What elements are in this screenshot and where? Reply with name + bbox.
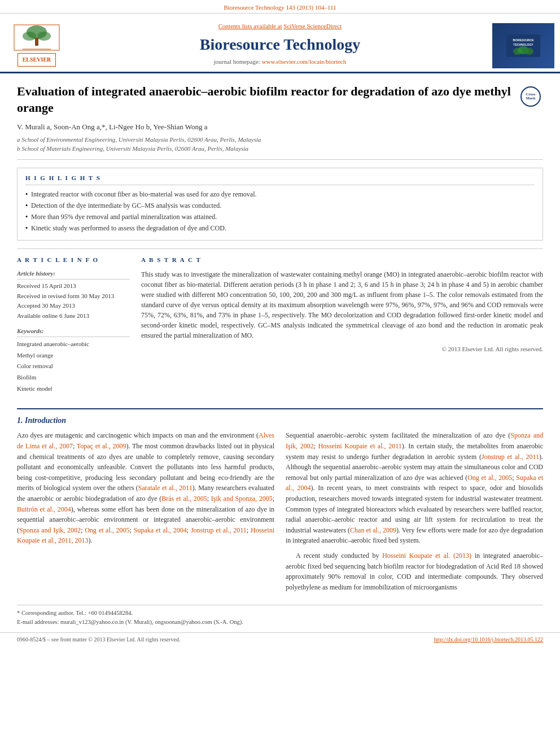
footer-issn: 0960-8524/$ – see front matter © 2013 El… bbox=[17, 636, 180, 644]
article-content: Evaluation of integrated anaerobic–aerob… bbox=[0, 73, 560, 626]
email-label: E-mail addresses: bbox=[17, 619, 59, 625]
affiliation-a: a School of Environmental Engineering, U… bbox=[17, 135, 515, 145]
article-history-group: Article history: Received 15 April 2013 … bbox=[17, 269, 130, 321]
page-header: ELSEVIER Contents lists available at Sci… bbox=[0, 14, 560, 73]
svg-text:TECHNOLOGY: TECHNOLOGY bbox=[513, 43, 533, 46]
footer-doi[interactable]: http://dx.doi.org/10.1016/j.biortech.201… bbox=[434, 636, 543, 644]
info-abstract-section: A R T I C L E I N F O Article history: R… bbox=[17, 248, 543, 400]
sciverse-link[interactable]: SciVerse ScienceDirect bbox=[283, 23, 342, 29]
highlight-item-1: Integrated reactor with coconut fiber as… bbox=[25, 190, 535, 199]
email-values: murali_v123@yahoo.co.in (V. Murali), ong… bbox=[60, 619, 243, 625]
introduction-body: Azo dyes are mutagenic and carcinogenic … bbox=[17, 430, 543, 597]
copyright: © 2013 Elsevier Ltd. All rights reserved… bbox=[141, 345, 543, 353]
keywords-group: Keywords: Integrated anaerobic–aerobic M… bbox=[17, 327, 130, 395]
svg-rect-4 bbox=[35, 38, 38, 46]
abstract-column: A B S T R A C T This study was to invest… bbox=[141, 256, 543, 400]
corresponding-author: * Corresponding author. Tel.: +60 014944… bbox=[17, 609, 543, 618]
abstract-text: This study was to investigate the minera… bbox=[141, 269, 543, 340]
keyword-2: Methyl orange bbox=[17, 350, 130, 361]
article-title-area: Evaluation of integrated anaerobic–aerob… bbox=[17, 84, 515, 153]
highlight-item-2: Detection of the dye intermediate by GC–… bbox=[25, 201, 535, 211]
svg-point-11 bbox=[524, 48, 533, 55]
article-info-header: A R T I C L E I N F O bbox=[17, 256, 130, 264]
affiliation-b: b School of Materials Engineering, Unive… bbox=[17, 144, 515, 154]
highlights-list: Integrated reactor with coconut fiber as… bbox=[25, 190, 535, 233]
highlights-title: H I G H L I G H T S bbox=[25, 174, 535, 185]
footnotes: * Corresponding author. Tel.: +60 014944… bbox=[17, 605, 543, 627]
bioresource-logo: BIORESOURCE TECHNOLOGY bbox=[492, 23, 554, 68]
keyword-3: Color removal bbox=[17, 361, 130, 372]
affiliations: a School of Environmental Engineering, U… bbox=[17, 135, 515, 154]
svg-point-3 bbox=[37, 32, 51, 41]
history-label: Article history: bbox=[17, 269, 130, 279]
journal-bar: Bioresource Technology 143 (2013) 104–11… bbox=[0, 0, 560, 14]
journal-title: Bioresource Technology bbox=[79, 33, 481, 55]
article-title-section: Evaluation of integrated anaerobic–aerob… bbox=[17, 73, 543, 159]
intro-para-1: Azo dyes are mutagenic and carcinogenic … bbox=[17, 430, 274, 546]
highlights-section: H I G H L I G H T S Integrated reactor w… bbox=[17, 168, 543, 241]
journal-header-center: Contents lists available at SciVerse Sci… bbox=[73, 19, 487, 72]
introduction-section: 1. Introduction Azo dyes are mutagenic a… bbox=[17, 408, 543, 597]
abstract-header: A B S T R A C T bbox=[141, 256, 543, 264]
keywords-list: Integrated anaerobic–aerobic Methyl oran… bbox=[17, 339, 130, 395]
keyword-5: Kinetic model bbox=[17, 383, 130, 395]
keywords-label: Keywords: bbox=[17, 327, 130, 337]
journal-homepage: journal homepage: www.elsevier.com/locat… bbox=[79, 58, 481, 66]
journal-citation: Bioresource Technology 143 (2013) 104–11… bbox=[224, 4, 336, 11]
intro-col2-para2: A recent study conducted by Hosseini Kou… bbox=[286, 551, 543, 592]
svg-text:BIORESOURCE: BIORESOURCE bbox=[513, 38, 534, 42]
svg-point-2 bbox=[23, 32, 36, 41]
article-info-column: A R T I C L E I N F O Article history: R… bbox=[17, 256, 130, 400]
homepage-url[interactable]: www.elsevier.com/locate/biortech bbox=[262, 58, 347, 65]
email-footnote: E-mail addresses: murali_v123@yahoo.co.i… bbox=[17, 618, 543, 627]
highlight-item-3: More than 95% dye removal and partial mi… bbox=[25, 212, 535, 222]
article-title: Evaluation of integrated anaerobic–aerob… bbox=[17, 84, 515, 116]
keyword-4: Biofilm bbox=[17, 372, 130, 383]
received-date: Received 15 April 2013 Received in revis… bbox=[17, 281, 130, 321]
elsevier-label: ELSEVIER bbox=[18, 53, 56, 67]
page-footer: 0960-8524/$ – see front matter © 2013 El… bbox=[0, 632, 560, 646]
crossmark-area: CrossMark bbox=[520, 86, 543, 107]
intro-col-left: Azo dyes are mutagenic and carcinogenic … bbox=[17, 430, 274, 597]
introduction-title: 1. Introduction bbox=[17, 415, 543, 426]
elsevier-tree-icon bbox=[11, 22, 62, 53]
intro-col-right: Sequential anaerobic–aerobic system faci… bbox=[286, 430, 543, 597]
journal-logo-right: BIORESOURCE TECHNOLOGY bbox=[487, 19, 560, 72]
bioresource-logo-icon: BIORESOURCE TECHNOLOGY bbox=[506, 34, 540, 57]
highlight-item-4: Kinetic study was performed to assess th… bbox=[25, 224, 535, 233]
sciverse-text: Contents lists available at SciVerse Sci… bbox=[79, 22, 481, 30]
intro-col2-para1: Sequential anaerobic–aerobic system faci… bbox=[286, 430, 543, 546]
elsevier-logo-area: ELSEVIER bbox=[0, 19, 73, 72]
keyword-1: Integrated anaerobic–aerobic bbox=[17, 339, 130, 350]
authors: V. Murali a, Soon-An Ong a,*, Li-Ngee Ho… bbox=[17, 122, 515, 132]
crossmark-badge: CrossMark bbox=[520, 86, 541, 107]
